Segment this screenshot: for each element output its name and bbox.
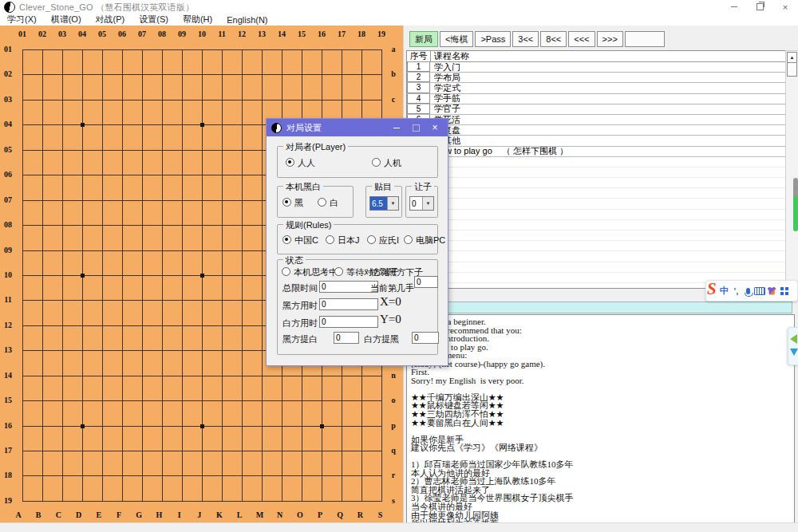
- toolbar-button->>>[interactable]: >>>: [597, 31, 623, 47]
- white-time-field[interactable]: 0: [319, 316, 378, 328]
- board-col-label: 18: [355, 30, 368, 38]
- dialog-maximize-icon: [413, 124, 420, 132]
- course-list-scrollbar[interactable]: ▲: [785, 50, 798, 289]
- toolbar-button-<<<[interactable]: <<<: [568, 31, 595, 47]
- board-row-label: 09: [2, 246, 14, 254]
- toolbar-button-<悔棋[interactable]: <悔棋: [440, 31, 473, 47]
- board-bottom-letter: B: [34, 510, 43, 519]
- dialog-close-button[interactable]: ×: [425, 119, 444, 136]
- white-captures-label: 白方提黑: [364, 333, 399, 345]
- right-panel: 新局<悔棋>Pass3<<8<<<<<>>> 序号 课程名称 1学入门2学布局3…: [403, 26, 798, 522]
- radio-ing-rules[interactable]: 应氏I: [367, 234, 399, 246]
- course-empty-row: [407, 210, 786, 220]
- komi-dropdown-icon[interactable]: ▼: [387, 197, 398, 210]
- total-time-label: 总限时间: [282, 282, 318, 294]
- text-line: ★★要留黑白在人间★★: [411, 419, 794, 428]
- toolbar-button-blank[interactable]: [625, 31, 665, 47]
- punctuation-icon[interactable]: ’,: [730, 284, 742, 298]
- toolbar-button-3<<[interactable]: 3<<: [512, 31, 539, 47]
- app-window: Clever_Stone_GO （慧石围棋汉英双语版） × 学习(X)棋谱(O)…: [0, 0, 798, 532]
- board-col-label: 12: [235, 30, 248, 38]
- radio-black[interactable]: 黑: [282, 197, 303, 209]
- menu-item-2[interactable]: 对战(P): [89, 14, 132, 26]
- app-logo-icon: [4, 2, 15, 13]
- course-list-rows: 1学入门2学布局3学定式4学手筋5学官子6学死活7学复盘8学其他9How to …: [407, 62, 786, 289]
- menu-item-3[interactable]: 设置(S): [132, 14, 176, 26]
- board-col-label: 16: [315, 30, 328, 38]
- komi-select[interactable]: 6.5 ▼: [369, 196, 399, 211]
- scroll-up-icon[interactable]: ▲: [787, 52, 797, 63]
- course-empty-row: [407, 178, 786, 188]
- chinese-mode-icon[interactable]: 中: [718, 284, 730, 298]
- board-bottom-letter: K: [215, 510, 224, 519]
- dialog-maximize-button[interactable]: [406, 119, 425, 136]
- menu-item-5[interactable]: English(N): [219, 15, 275, 25]
- board-row-label: 10: [2, 270, 14, 279]
- course-row[interactable]: 1学入门: [407, 62, 786, 73]
- total-time-field[interactable]: 0: [319, 281, 378, 293]
- radio-chinese-rules[interactable]: 中国C: [282, 234, 318, 246]
- radio-icon: [326, 235, 334, 244]
- toolbar-button-新局[interactable]: 新局: [409, 31, 438, 47]
- board-row-label: 12: [2, 321, 14, 329]
- course-row[interactable]: 2学布局: [407, 73, 786, 83]
- course-row[interactable]: 3学定式: [407, 83, 786, 93]
- course-intro-text[interactable]: If you are a beginner.I strongly recomme…: [406, 314, 795, 523]
- board-col-label: 10: [196, 30, 208, 38]
- board-star-point: [200, 274, 204, 278]
- radio-japanese-rules[interactable]: 日本J: [326, 234, 360, 246]
- handicap-dropdown-icon[interactable]: ▼: [422, 197, 433, 210]
- toolbox-grid-icon[interactable]: [778, 284, 790, 298]
- sogou-logo-icon[interactable]: S: [707, 279, 717, 299]
- black-time-field[interactable]: 0: [319, 298, 378, 310]
- edge-float-widget[interactable]: [788, 327, 798, 365]
- board-bottom-letter: A: [14, 510, 23, 519]
- radio-white[interactable]: 白: [318, 197, 338, 209]
- board-star-point: [200, 123, 204, 127]
- cursor-y-readout: Y=0: [380, 313, 401, 326]
- text-line: Learn how to play go.: [411, 343, 794, 352]
- move-number-field[interactable]: 0: [414, 276, 438, 288]
- course-row[interactable]: 9How to play go （ 怎样下围棋 ）: [407, 147, 786, 157]
- menu-item-4[interactable]: 帮助(H): [176, 14, 219, 26]
- board-bottom-letter: N: [275, 510, 285, 519]
- radio-computer-rules[interactable]: 电脑PC: [404, 234, 445, 246]
- menu-item-1[interactable]: 棋谱(O): [44, 14, 89, 26]
- board-bottom-letter: H: [154, 510, 164, 519]
- course-empty-row: [407, 241, 786, 251]
- course-row-number: 1: [407, 62, 430, 72]
- close-button[interactable]: ×: [772, 0, 798, 14]
- course-list[interactable]: 序号 课程名称 1学入门2学布局3学定式4学手筋5学官子6学死活7学复盘8学其他…: [406, 50, 787, 289]
- board-row-label: 19: [2, 496, 14, 505]
- radio-human-vs-human[interactable]: 人人: [286, 157, 315, 169]
- board-bottom-letter: P: [315, 510, 325, 519]
- toolbar-button->Pass[interactable]: >Pass: [475, 31, 511, 47]
- soft-keyboard-icon[interactable]: [754, 284, 766, 298]
- toolbar-button-8<<[interactable]: 8<<: [540, 31, 567, 47]
- dialog-title-bar[interactable]: 对局设置 ×: [267, 119, 448, 136]
- black-captures-field[interactable]: 0: [334, 332, 359, 344]
- course-row[interactable]: 4学手筋: [407, 94, 786, 104]
- microphone-icon[interactable]: [742, 284, 754, 298]
- text-line: (study)-(net course)-(happy go game).: [411, 360, 794, 368]
- white-captures-field[interactable]: 0: [412, 332, 439, 344]
- game-toolbar: 新局<悔棋>Pass3<<8<<<<<>>>: [409, 31, 665, 47]
- course-row[interactable]: 6学死活: [407, 115, 786, 125]
- edge-scroll-indicator[interactable]: [793, 178, 798, 231]
- menu-item-0[interactable]: 学习(X): [0, 14, 44, 26]
- handicap-select[interactable]: 0 ▼: [409, 196, 434, 211]
- radio-engine-thinking[interactable]: 本机思考中: [282, 266, 338, 278]
- skin-icon[interactable]: [766, 284, 778, 298]
- minimize-button[interactable]: [721, 0, 747, 14]
- scrollbar-thumb[interactable]: [787, 62, 797, 77]
- course-row[interactable]: 8学其他: [407, 136, 786, 146]
- radio-icon: [282, 198, 291, 207]
- course-row-number: 4: [407, 94, 430, 104]
- dialog-minimize-button[interactable]: [387, 119, 406, 136]
- restore-button[interactable]: [747, 0, 772, 14]
- course-row[interactable]: 7学复盘: [407, 125, 786, 136]
- board-col-label: 14: [275, 30, 288, 38]
- course-row[interactable]: 5学官子: [407, 104, 786, 115]
- radio-human-vs-computer[interactable]: 人机: [372, 157, 401, 169]
- course-empty-row: [407, 262, 786, 273]
